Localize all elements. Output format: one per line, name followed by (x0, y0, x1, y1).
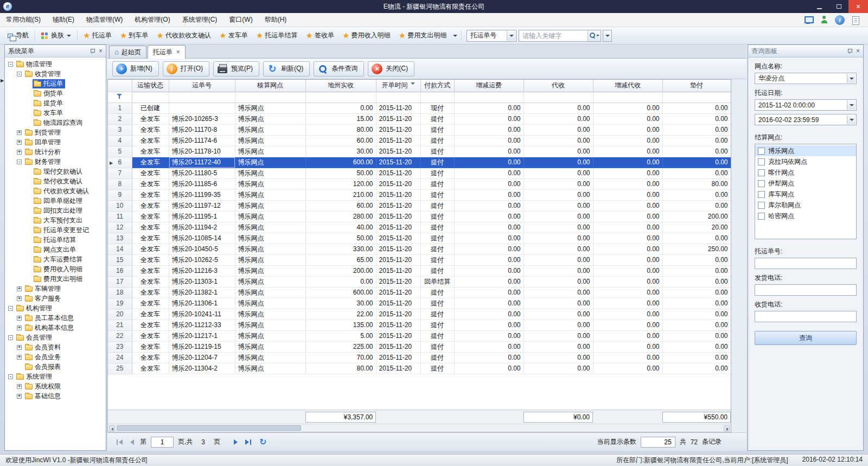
tree-node[interactable]: 车辆管理 (24, 284, 63, 293)
pin-icon[interactable] (847, 48, 852, 54)
menu-item[interactable]: 机构管理(O) (129, 13, 176, 27)
next-page-button[interactable] (232, 439, 239, 445)
grid-cell[interactable]: 提付 (420, 113, 454, 124)
grid-cell[interactable]: 250.00 (662, 244, 731, 254)
grid-cell[interactable]: 0.00 (454, 200, 524, 211)
row-number-cell[interactable]: 4 (108, 135, 132, 146)
row-number-cell[interactable]: 18 (108, 287, 132, 298)
grid-cell[interactable]: 全发车 (132, 222, 169, 233)
grid-cell[interactable]: 0.00 (593, 103, 662, 113)
grid-cell[interactable]: 全发车 (132, 233, 169, 244)
tree-node[interactable]: 托运单结算 (33, 235, 78, 245)
grid-cell[interactable]: 0.00 (454, 341, 524, 352)
grid-cell[interactable]: 5.00 (305, 330, 376, 341)
expand-icon[interactable]: + (17, 316, 22, 321)
tree-item[interactable]: 倒货单 (5, 88, 106, 98)
grid-cell[interactable]: 0.00 (454, 330, 524, 341)
grid-row[interactable]: 9全发车博乐20-11199-35博乐网点210.002015-11-20提付0… (108, 189, 731, 200)
panel-collapse-arrow-icon[interactable]: ▶ (1, 78, 4, 83)
tree-item[interactable]: 垫付收支确认 (5, 176, 106, 186)
grid-cell[interactable]: 0.00 (662, 276, 731, 287)
last-page-button[interactable] (244, 439, 253, 445)
tree-item[interactable]: +系统权限 (5, 381, 106, 391)
tree-node[interactable]: 机构基本信息 (24, 323, 76, 333)
tree-item[interactable]: +员工基本信息 (5, 313, 106, 323)
tree-node[interactable]: 费用收入明细 (33, 265, 85, 274)
chevron-down-icon[interactable] (847, 115, 856, 124)
grid-cell[interactable]: 0.00 (524, 309, 593, 320)
filter-cell[interactable] (454, 92, 524, 103)
expand-icon[interactable]: + (17, 384, 22, 389)
tree-node[interactable]: 系统管理 (15, 372, 54, 381)
grid-cell[interactable]: 0.00 (593, 363, 662, 374)
grid-cell[interactable]: 0.00 (524, 352, 593, 363)
settle-option[interactable]: 库尔勒网点 (755, 200, 856, 210)
expand-icon[interactable]: + (17, 345, 22, 350)
column-header[interactable]: 运单号 (169, 80, 235, 92)
grid-cell[interactable]: 全发车 (132, 135, 169, 146)
grid-cell[interactable]: 0.00 (454, 222, 524, 233)
tree-node[interactable]: 财务管理 (24, 157, 63, 167)
grid-cell[interactable]: 0.00 (524, 341, 593, 352)
screen-icon[interactable] (803, 15, 813, 25)
grid-cell[interactable]: 博乐网点 (235, 298, 305, 309)
grid-row[interactable]: 16全发车博乐20-11216-3博乐网点200.002015-11-20提付0… (108, 265, 731, 276)
grid-cell[interactable]: 120.00 (305, 178, 376, 189)
prev-page-button[interactable] (129, 439, 136, 445)
grid-cell[interactable]: 博乐网点 (235, 352, 305, 363)
grid-cell[interactable]: 2015-11-20 (376, 146, 420, 157)
grid-cell[interactable]: 博乐20-11178-10 (169, 146, 235, 157)
collapse-icon[interactable]: - (8, 335, 13, 340)
grid-cell[interactable]: 2015-11-20 (376, 124, 420, 135)
grid-cell[interactable]: 2015-11-20 (376, 320, 420, 330)
grid-cell[interactable]: 提付 (420, 178, 454, 189)
grid-cell[interactable]: 2015-11-20 (376, 309, 420, 320)
grid-cell[interactable]: 博乐20-11216-3 (169, 265, 235, 276)
sender-phone-input[interactable] (755, 284, 857, 296)
grid-cell[interactable]: 博乐网点 (235, 287, 305, 298)
grid-cell[interactable]: 0.00 (524, 135, 593, 146)
chevron-down-icon[interactable] (847, 74, 856, 83)
grid-cell[interactable]: 博乐20-11172-40 (169, 157, 235, 168)
filter-cell[interactable] (524, 92, 593, 103)
checkbox-icon[interactable] (758, 169, 765, 176)
menu-item[interactable]: 窗口(W) (223, 13, 258, 27)
grid-cell[interactable]: 博乐20-11212-33 (169, 320, 235, 330)
scroll-right-arrow-icon[interactable] (724, 425, 730, 431)
column-header[interactable]: 核算网点 (235, 80, 305, 92)
checkbox-icon[interactable] (758, 213, 765, 220)
tree-node[interactable]: 大车预付支出 (33, 216, 85, 225)
settle-option[interactable]: 喀什网点 (755, 167, 856, 178)
grid-row[interactable]: 3全发车博乐20-11170-8博乐网点80.002015-11-20提付0.0… (108, 124, 731, 135)
grid-cell[interactable]: 全发车 (132, 265, 169, 276)
checkbox-icon[interactable] (758, 148, 765, 155)
grid-cell[interactable]: 0.00 (454, 287, 524, 298)
grid-toolbar-refresh-button[interactable]: ↻刷新(Q) (263, 61, 310, 76)
grid-cell[interactable]: 全发车 (132, 200, 169, 211)
row-number-cell[interactable]: 7 (108, 168, 132, 178)
tree-item[interactable]: -财务管理 (5, 157, 106, 167)
tree-item[interactable]: 回扣支出处理 (5, 206, 106, 215)
grid-cell[interactable]: 330.00 (305, 244, 376, 254)
grid-cell[interactable]: 0.00 (593, 178, 662, 189)
grid-cell[interactable]: 博乐20-11170-8 (169, 124, 235, 135)
grid-cell[interactable]: 全发车 (132, 320, 169, 330)
tree-item[interactable]: +基础信息 (5, 391, 106, 401)
grid-cell[interactable]: 全发车 (132, 341, 169, 352)
grid-cell[interactable]: 0.00 (662, 363, 731, 374)
grid-cell[interactable]: 0.00 (593, 341, 662, 352)
grid-cell[interactable]: 博乐20-11199-35 (169, 189, 235, 200)
grid-cell[interactable]: 0.00 (305, 103, 376, 113)
row-number-cell[interactable]: 1 (108, 103, 132, 113)
grid-cell[interactable]: 全发车 (132, 146, 169, 157)
tree-node[interactable]: 员工基本信息 (24, 314, 76, 323)
tree-node[interactable]: 基础信息 (24, 392, 63, 401)
row-number-cell[interactable]: 12 (108, 222, 132, 233)
collapse-icon[interactable]: - (8, 374, 13, 379)
tree-item[interactable]: 托运单结算 (5, 235, 106, 245)
tree-item[interactable]: 托运单变更登记 (5, 225, 106, 235)
grid-cell[interactable]: 博乐网点 (235, 113, 305, 124)
grid-cell[interactable]: 0.00 (593, 287, 662, 298)
menu-item[interactable]: 系统管理(C) (176, 13, 224, 27)
grid-cell[interactable]: 全发车 (132, 113, 169, 124)
